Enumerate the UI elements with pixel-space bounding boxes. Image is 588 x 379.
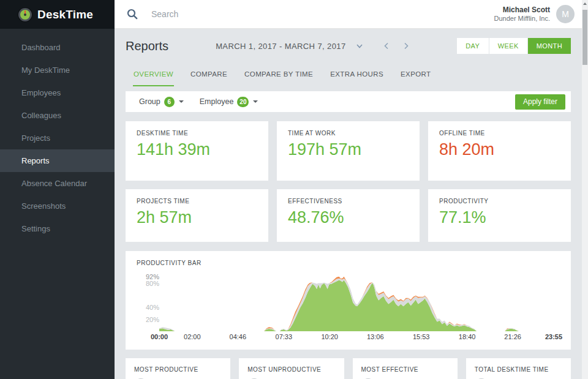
chart-title: PRODUCTIVITY BAR [137, 260, 554, 266]
report-tabs: OVERVIEWCOMPARECOMPARE BY TIMEEXTRA HOUR… [126, 63, 571, 86]
y-tick-40: 40% [146, 304, 159, 311]
desktime-clock-icon [18, 8, 32, 21]
caret-down-icon [179, 100, 184, 103]
tab-extra-hours[interactable]: EXTRA HOURS [330, 68, 384, 86]
filter-label: Group [139, 97, 160, 106]
stat-value: 2h 57m [137, 208, 257, 227]
x-tick-13-06: 13:06 [367, 333, 384, 340]
page-head: Reports MARCH 1, 2017 - MARCH 7, 2017 DA… [126, 29, 571, 63]
sidebar-item-reports[interactable]: Reports [0, 149, 115, 172]
sidebar-item-dashboard[interactable]: Dashboard [0, 36, 115, 59]
tab-export[interactable]: EXPORT [400, 68, 431, 86]
stat-label: PROJECTS TIME [137, 198, 257, 205]
user-avatar[interactable]: M [556, 5, 575, 23]
stat-label: TIME AT WORK [288, 130, 409, 137]
people-card-label: MOST PRODUCTIVE [134, 366, 222, 373]
range-button-day[interactable]: DAY [457, 38, 489, 54]
sidebar-menu: DashboardMy DeskTimeEmployeesColleaguesP… [0, 29, 115, 240]
stat-card-projects-time: PROJECTS TIME2h 57m [126, 189, 268, 242]
stat-card-desktime-time: DESKTIME TIME141h 39m [126, 121, 268, 181]
chart-x-axis: 00:0002:0004:4607:3310:2013:0615:5318:40… [159, 333, 554, 345]
x-tick-21-26: 21:26 [504, 333, 521, 340]
filter-employee[interactable]: Employee20 [200, 97, 258, 107]
logo[interactable]: DeskTime [0, 0, 115, 29]
y-tick-20: 20% [146, 316, 159, 323]
stat-card-productivity: PRODUCTIVITY77.1% [428, 189, 571, 242]
date-navigation: MARCH 1, 2017 - MARCH 7, 2017 [168, 42, 457, 51]
main-column: Michael Scott Dunder Mifflin, Inc. M Rep… [115, 0, 582, 379]
filters: Group6Employee20 [139, 97, 515, 107]
x-tick-04-46: 04:46 [230, 333, 247, 340]
sidebar-item-my-desktime[interactable]: My DeskTime [0, 59, 115, 81]
stat-label: DESKTIME TIME [137, 130, 257, 137]
tab-compare[interactable]: COMPARE [190, 68, 228, 86]
people-card-most-effective: MOST EFFECTIVEDDarryl Philbin [353, 358, 458, 379]
x-tick-07-33: 07:33 [276, 333, 293, 340]
sidebar-item-absence-calendar[interactable]: Absence Calendar [0, 172, 115, 195]
stacked-area-chart [159, 272, 554, 331]
logo-text: DeskTime [37, 8, 93, 21]
filter-count-badge: 20 [237, 97, 249, 107]
x-tick-18-40: 18:40 [459, 333, 476, 340]
next-period-icon[interactable] [402, 42, 410, 50]
scrollbar-thumb[interactable] [582, 10, 587, 65]
app: DeskTime DashboardMy DeskTimeEmployeesCo… [0, 0, 588, 379]
chart-plot-area: 00:0002:0004:4607:3310:2013:0615:5318:40… [159, 272, 554, 331]
sidebar-item-projects[interactable]: Projects [0, 127, 115, 149]
caret-down-icon [253, 100, 258, 103]
stat-card-time-at-work: TIME AT WORK197h 57m [277, 121, 420, 181]
sidebar-item-screenshots[interactable]: Screenshots [0, 195, 115, 217]
range-button-month[interactable]: MONTH [528, 38, 571, 54]
people-card-most-productive: MOST PRODUCTIVEDDarryl Philbin [126, 358, 230, 379]
y-tick-92: 92% [146, 273, 159, 280]
apply-filter-button[interactable]: Apply filter [515, 94, 565, 110]
user-name: Michael Scott [494, 6, 550, 15]
filter-group[interactable]: Group6 [139, 97, 184, 107]
content: Reports MARCH 1, 2017 - MARCH 7, 2017 DA… [115, 29, 582, 379]
stat-value: 141h 39m [137, 140, 257, 159]
filter-bar: Group6Employee20 Apply filter [126, 91, 571, 112]
user-info: Michael Scott Dunder Mifflin, Inc. [494, 6, 550, 23]
productivity-bar-card: PRODUCTIVITY BAR 92%80%40%20% 00:0002:00… [126, 251, 571, 350]
stat-cards: DESKTIME TIME141h 39mTIME AT WORK197h 57… [126, 121, 571, 242]
stat-value: 8h 20m [439, 140, 560, 159]
filter-label: Employee [200, 97, 234, 106]
user-company: Dunder Mifflin, Inc. [494, 15, 550, 23]
y-tick-80: 80% [146, 280, 159, 287]
x-tick-15-53: 15:53 [413, 333, 430, 340]
sidebar-item-settings[interactable]: Settings [0, 217, 115, 240]
search-icon [127, 9, 138, 20]
stat-value: 48.76% [288, 208, 409, 227]
tab-compare-by-time[interactable]: COMPARE BY TIME [244, 68, 314, 86]
stat-label: PRODUCTIVITY [439, 198, 560, 205]
x-tick-02-00: 02:00 [184, 333, 201, 340]
filter-count-badge: 6 [164, 97, 175, 107]
chart-y-axis: 92%80%40%20% [137, 272, 159, 331]
stat-label: EFFECTIVENESS [288, 198, 409, 205]
stat-value: 197h 57m [288, 140, 409, 159]
x-tick-00-00: 00:00 [151, 333, 168, 340]
sidebar: DeskTime DashboardMy DeskTimeEmployeesCo… [0, 0, 115, 379]
search-input[interactable] [151, 9, 494, 19]
topbar: Michael Scott Dunder Mifflin, Inc. M [115, 0, 582, 29]
scrollbar[interactable] [582, 0, 588, 379]
people-card-label: MOST EFFECTIVE [361, 366, 449, 373]
date-range-selector[interactable]: MARCH 1, 2017 - MARCH 7, 2017 [216, 42, 345, 51]
stat-label: OFFLINE TIME [439, 130, 560, 137]
prev-period-icon[interactable] [383, 42, 390, 50]
range-button-week[interactable]: WEEK [489, 38, 527, 54]
scrollbar-up-arrow-icon[interactable] [583, 2, 587, 5]
range-button-group: DAYWEEKMONTH [457, 38, 571, 54]
people-card-most-unproductive: MOST UNPRODUCTIVEMMeredith Palmer [239, 358, 344, 379]
chevron-down-icon[interactable] [356, 42, 363, 50]
stat-card-offline-time: OFFLINE TIME8h 20m [428, 121, 571, 181]
tab-overview[interactable]: OVERVIEW [133, 68, 174, 86]
people-card-label: TOTAL DESKTIME TIME [475, 366, 562, 373]
page-title: Reports [126, 39, 168, 53]
x-tick-10-20: 10:20 [321, 333, 338, 340]
people-card-total-desktime-time: TOTAL DESKTIME TIMEMMeredith Palmer [466, 358, 571, 379]
stat-card-effectiveness: EFFECTIVENESS48.76% [277, 189, 420, 242]
sidebar-item-employees[interactable]: Employees [0, 81, 115, 104]
sidebar-item-colleagues[interactable]: Colleagues [0, 104, 115, 127]
x-tick-23-55: 23:55 [545, 333, 562, 340]
